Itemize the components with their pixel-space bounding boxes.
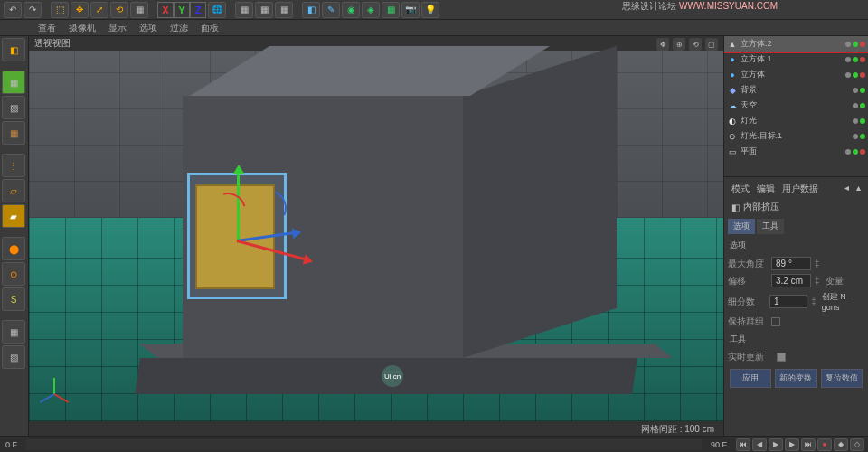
- axis-lock: X Y Z: [157, 2, 206, 18]
- render-settings[interactable]: ▦: [255, 2, 273, 18]
- object-row[interactable]: ● 立方体.1: [724, 52, 868, 67]
- vp-zoom-icon[interactable]: ⊕: [673, 38, 685, 51]
- primitive-cube[interactable]: ◧: [302, 2, 320, 18]
- tl-prev-icon[interactable]: ◀: [752, 438, 767, 451]
- select-tool[interactable]: ⬚: [51, 2, 69, 18]
- offset-input[interactable]: 3.2 cm: [771, 274, 811, 287]
- workplane-tool[interactable]: ▦: [2, 320, 25, 344]
- tl-last-icon[interactable]: ⏭: [801, 438, 816, 451]
- last-tool[interactable]: ▦: [130, 2, 148, 18]
- reset-button[interactable]: 复位数值: [821, 369, 863, 388]
- object-flags[interactable]: [853, 118, 865, 124]
- misc-tool[interactable]: ▨: [2, 345, 25, 369]
- deformer[interactable]: ◈: [362, 2, 380, 18]
- menu-view[interactable]: 查看: [38, 22, 56, 34]
- viewport[interactable]: 透视视图 ✥ ⊕ ⟲ ▢: [29, 36, 723, 436]
- object-icon: ●: [727, 70, 738, 80]
- object-row[interactable]: ⊙ 灯光.目标.1: [724, 128, 868, 144]
- coord-system[interactable]: 🌐: [208, 2, 226, 18]
- axis-x-toggle[interactable]: X: [157, 2, 174, 18]
- field-offset: 偏移 3.2 cm ‡ 变量: [728, 272, 864, 289]
- object-flags[interactable]: [845, 149, 865, 155]
- transform-gizmo[interactable]: [237, 240, 238, 240]
- object-icon: ◆: [727, 85, 738, 96]
- object-flags[interactable]: [845, 57, 865, 62]
- axis-y-toggle[interactable]: Y: [174, 2, 190, 18]
- menu-panel[interactable]: 面板: [201, 22, 219, 34]
- object-row[interactable]: ▲ 立方体.2: [724, 36, 868, 52]
- spinner-icon[interactable]: ‡: [811, 297, 818, 306]
- undo-button[interactable]: ↶: [4, 2, 22, 18]
- tl-next-icon[interactable]: ▶: [785, 438, 799, 451]
- tweak-mode[interactable]: ⬤: [2, 237, 25, 260]
- make-editable[interactable]: ◧: [2, 38, 25, 61]
- left-toolbar: ◧ ▦ ▨ ▦ ⋮ ▱ ▰ ⬤ ⊙ S ▦ ▨: [0, 36, 29, 436]
- camera-button[interactable]: 📷: [401, 2, 420, 18]
- attr-tab-user[interactable]: 用户数据: [782, 183, 818, 195]
- rotate-tool[interactable]: ⟲: [110, 2, 128, 18]
- object-row[interactable]: ◆ 背景: [724, 82, 868, 98]
- apply-button[interactable]: 应用: [730, 369, 771, 388]
- object-row[interactable]: ● 立方体: [724, 67, 868, 82]
- snap-settings[interactable]: S: [2, 287, 25, 311]
- snap-toggle[interactable]: ⊙: [2, 262, 25, 286]
- new-transform-button[interactable]: 新的变换: [775, 369, 816, 388]
- move-tool[interactable]: ✥: [71, 2, 89, 18]
- subdiv-input[interactable]: 1: [769, 295, 807, 308]
- object-name: 灯光: [741, 115, 850, 127]
- max-angle-input[interactable]: 89 °: [771, 257, 811, 270]
- subtab-tool[interactable]: 工具: [757, 219, 784, 234]
- axis-z-toggle[interactable]: Z: [190, 2, 206, 18]
- menu-options[interactable]: 选项: [139, 22, 157, 34]
- environment[interactable]: ▦: [382, 2, 400, 18]
- attr-prev-icon[interactable]: ◂: [844, 183, 849, 195]
- object-flags[interactable]: [845, 42, 865, 47]
- tl-key-icon[interactable]: ◆: [834, 438, 848, 451]
- vp-rotate-icon[interactable]: ⟲: [689, 38, 702, 51]
- vp-move-icon[interactable]: ✥: [656, 38, 669, 51]
- menu-display[interactable]: 显示: [108, 22, 127, 34]
- realtime-checkbox[interactable]: [777, 353, 786, 362]
- points-mode[interactable]: ⋮: [2, 154, 25, 177]
- workplane-mode[interactable]: ▦: [2, 121, 25, 145]
- polygons-mode[interactable]: ▰: [2, 204, 25, 228]
- menu-filter[interactable]: 过滤: [170, 22, 188, 34]
- field-max-angle: 最大角度 89 ° ‡: [728, 255, 864, 272]
- object-row[interactable]: ▭ 平面: [724, 144, 868, 159]
- light-button[interactable]: 💡: [421, 2, 439, 18]
- spinner-icon[interactable]: ‡: [815, 276, 822, 286]
- timeline-track[interactable]: [26, 439, 702, 450]
- redo-button[interactable]: ↷: [24, 2, 42, 18]
- object-row[interactable]: ☁ 天空: [724, 98, 868, 113]
- axis-indicator: [40, 367, 67, 394]
- attr-tab-mode[interactable]: 模式: [731, 183, 750, 195]
- edges-mode[interactable]: ▱: [2, 179, 25, 202]
- object-name: 立方体.1: [741, 53, 843, 65]
- model-mode[interactable]: ▦: [2, 71, 25, 94]
- spinner-icon[interactable]: ‡: [815, 259, 822, 268]
- tl-autokey-icon[interactable]: ◇: [850, 438, 864, 451]
- vp-maximize-icon[interactable]: ▢: [705, 38, 718, 51]
- tl-first-icon[interactable]: ⏮: [736, 438, 750, 451]
- object-flags[interactable]: [853, 88, 865, 93]
- subtab-options[interactable]: 选项: [728, 219, 755, 234]
- object-flags[interactable]: [853, 103, 865, 108]
- generator[interactable]: ◉: [342, 2, 360, 18]
- right-panel: ▲ 立方体.2 ● 立方体.1 ● 立方体 ◆ 背景 ☁ 天空 ◐ 灯光 ⊙ 灯…: [723, 36, 868, 436]
- scale-tool[interactable]: ⤢: [90, 2, 108, 18]
- object-manager[interactable]: ▲ 立方体.2 ● 立方体.1 ● 立方体 ◆ 背景 ☁ 天空 ◐ 灯光 ⊙ 灯…: [724, 36, 868, 176]
- object-flags[interactable]: [845, 72, 865, 78]
- tl-play-icon[interactable]: ▶: [769, 438, 783, 451]
- render-view[interactable]: ▦: [235, 2, 253, 18]
- menu-camera[interactable]: 摄像机: [69, 22, 96, 34]
- object-flags[interactable]: [853, 134, 865, 139]
- texture-mode[interactable]: ▨: [2, 96, 25, 119]
- tl-record-icon[interactable]: ●: [817, 438, 832, 451]
- attr-up-icon[interactable]: ▴: [856, 183, 861, 195]
- attr-tab-edit[interactable]: 编辑: [757, 183, 775, 195]
- picture-viewer[interactable]: ▦: [275, 2, 293, 18]
- viewport-scene[interactable]: Ui.cn: [29, 51, 723, 421]
- spline-pen[interactable]: ✎: [322, 2, 340, 18]
- keep-groups-checkbox[interactable]: [771, 317, 780, 326]
- object-row[interactable]: ◐ 灯光: [724, 113, 868, 128]
